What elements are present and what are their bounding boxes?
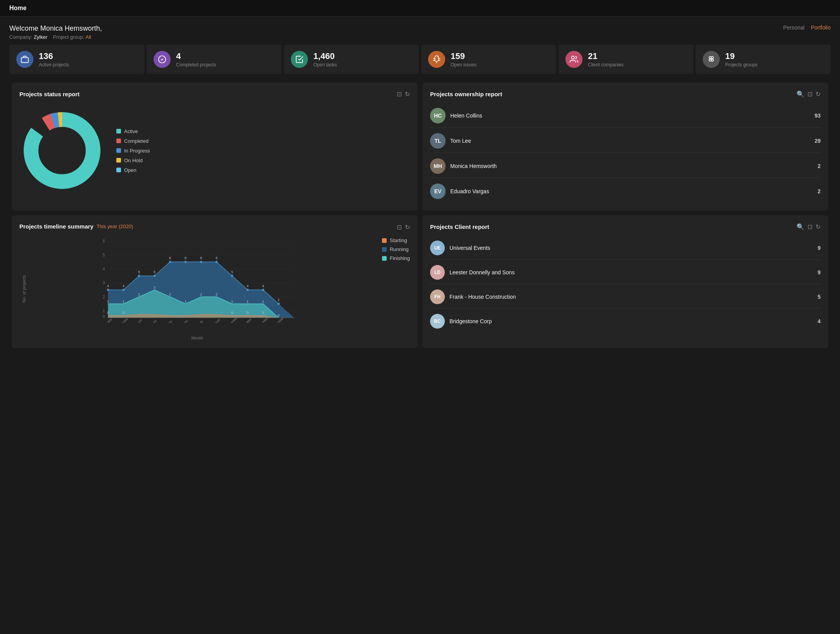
client-item[interactable]: FH Frank - House Construction 5: [430, 286, 821, 308]
legend-label: On Hold: [124, 158, 143, 163]
status-report-header: Projects status report ⊡ ↻: [19, 90, 410, 98]
ownership-item[interactable]: TL Tom Lee 29: [430, 129, 821, 153]
svg-text:1: 1: [262, 300, 264, 303]
ownership-left: EV Eduadro Vargas: [430, 184, 489, 199]
svg-text:1: 1: [247, 300, 249, 303]
legend-item: In Progress: [116, 148, 150, 154]
svg-text:August: August: [211, 318, 221, 323]
stat-card-open-tasks[interactable]: 1,460 Open tasks: [284, 45, 419, 74]
view-personal[interactable]: Personal: [783, 24, 804, 31]
timeline-year[interactable]: This year (2020): [97, 223, 133, 229]
legend-item: Active: [116, 128, 150, 134]
search-icon[interactable]: 🔍: [797, 90, 804, 98]
svg-text:0: 0: [247, 311, 249, 315]
stat-number-completed-projects: 4: [176, 51, 216, 61]
svg-text:0: 0: [262, 311, 264, 315]
ownership-item[interactable]: MH Monica Hemsworth 2: [430, 154, 821, 178]
donut-section: Active Completed In Progress On Hold Ope…: [19, 104, 410, 197]
top-bar: Home: [0, 0, 840, 17]
client-left: BC Bridgestone Corp: [430, 314, 492, 329]
legend-item: Completed: [116, 138, 150, 144]
sub-info: Company: Zylker Project group: All: [9, 34, 102, 40]
refresh-icon[interactable]: ↻: [405, 223, 410, 231]
stat-number-active-projects: 136: [39, 51, 69, 61]
timeline-panel: Projects timeline summary This year (202…: [12, 215, 418, 348]
ownership-left: HC Helen Collins: [430, 108, 482, 123]
view-toggle: Personal Portfolio: [783, 24, 831, 31]
svg-text:0: 0: [278, 314, 280, 317]
refresh-icon[interactable]: ↻: [405, 90, 410, 98]
timeline-header: Projects timeline summary This year (202…: [19, 223, 410, 231]
svg-text:5: 5: [231, 270, 233, 274]
search-icon[interactable]: 🔍: [797, 223, 804, 230]
stat-card-open-issues[interactable]: 159 Open issues: [421, 45, 556, 74]
timeline-legend-label: Running: [390, 246, 408, 252]
client-item[interactable]: LD Leester Donnelly and Sons 9: [430, 261, 821, 284]
ownership-left: TL Tom Lee: [430, 133, 471, 149]
owner-name: Monica Hemsworth: [450, 163, 497, 169]
svg-rect-0: [21, 57, 28, 62]
avatar: MH: [430, 158, 446, 174]
avatar: EV: [430, 184, 446, 199]
timeline-title-row: Projects timeline summary This year (202…: [19, 223, 133, 230]
timeline-legend-label: Starting: [390, 237, 407, 243]
svg-text:2: 2: [216, 293, 218, 296]
timeline-chart-area: No. of projects 6 5: [19, 237, 368, 340]
stats-row: 136 Active projects 4 Completed projects…: [0, 45, 840, 80]
stat-card-completed-projects[interactable]: 4 Completed projects: [147, 45, 282, 74]
view-portfolio[interactable]: Portfolio: [811, 24, 831, 31]
legend-dot: [116, 148, 121, 153]
header-section: Welcome Monica Hemsworth, Company: Zylke…: [0, 17, 840, 45]
export-icon[interactable]: ⊡: [807, 223, 812, 230]
stat-card-projects-groups[interactable]: 19 Projects groups: [696, 45, 831, 74]
welcome-text: Welcome Monica Hemsworth,: [9, 24, 102, 33]
client-name: Bridgestone Corp: [449, 318, 492, 324]
client-report-panel: Projects Client report 🔍 ⊡ ↻ UE Universa…: [422, 215, 828, 348]
svg-text:6: 6: [103, 239, 105, 243]
client-count: 4: [818, 318, 821, 324]
client-count: 9: [818, 269, 821, 275]
svg-text:2: 2: [278, 298, 280, 302]
ownership-item[interactable]: EV Eduadro Vargas 2: [430, 180, 821, 203]
timeline-legend-dot: [382, 238, 387, 243]
client-item[interactable]: BC Bridgestone Corp 4: [430, 310, 821, 333]
owner-count: 29: [814, 138, 821, 144]
legend-item: On Hold: [116, 158, 150, 163]
stat-card-active-projects[interactable]: 136 Active projects: [9, 45, 144, 74]
timeline-legend-dot: [382, 247, 387, 252]
svg-text:2: 2: [200, 293, 202, 296]
bug-icon: [428, 51, 445, 68]
refresh-icon[interactable]: ↻: [816, 90, 821, 98]
svg-text:5: 5: [154, 270, 156, 274]
stat-card-client-companies[interactable]: 21 Client companies: [558, 45, 693, 74]
svg-point-11: [711, 59, 714, 61]
svg-text:2: 2: [138, 293, 140, 296]
client-report-title: Projects Client report: [430, 223, 489, 230]
refresh-icon[interactable]: ↻: [816, 223, 821, 230]
client-item[interactable]: UE Universal Events 9: [430, 237, 821, 260]
svg-text:June: June: [181, 319, 188, 323]
ownership-item[interactable]: HC Helen Collins 93: [430, 104, 821, 128]
svg-text:1: 1: [231, 300, 233, 303]
grid-icon: [703, 51, 720, 68]
status-legend: Active Completed In Progress On Hold Ope…: [116, 128, 150, 173]
export-icon[interactable]: ⊡: [397, 223, 402, 231]
timeline-legend-dot: [382, 256, 387, 261]
timeline-legend-item: Starting: [382, 237, 410, 243]
project-group-value[interactable]: All: [86, 34, 91, 40]
legend-item: Open: [116, 167, 150, 173]
chart-wrapper: No. of projects 6 5: [19, 237, 368, 340]
svg-text:0: 0: [123, 311, 124, 315]
legend-label: Completed: [124, 138, 149, 144]
timeline-legend-label: Finishing: [390, 255, 410, 261]
svg-text:6: 6: [169, 256, 171, 260]
client-name: Leester Donnelly and Sons: [449, 269, 515, 275]
export-icon[interactable]: ⊡: [397, 90, 402, 98]
client-report-header: Projects Client report 🔍 ⊡ ↻: [430, 223, 821, 230]
export-icon[interactable]: ⊡: [807, 90, 812, 98]
owner-name: Eduadro Vargas: [450, 188, 489, 194]
legend-label: In Progress: [124, 148, 150, 154]
client-avatar: UE: [430, 241, 445, 255]
ownership-report-panel: Projects ownership report 🔍 ⊡ ↻ HC Helen…: [422, 83, 828, 211]
legend-dot: [116, 129, 121, 133]
